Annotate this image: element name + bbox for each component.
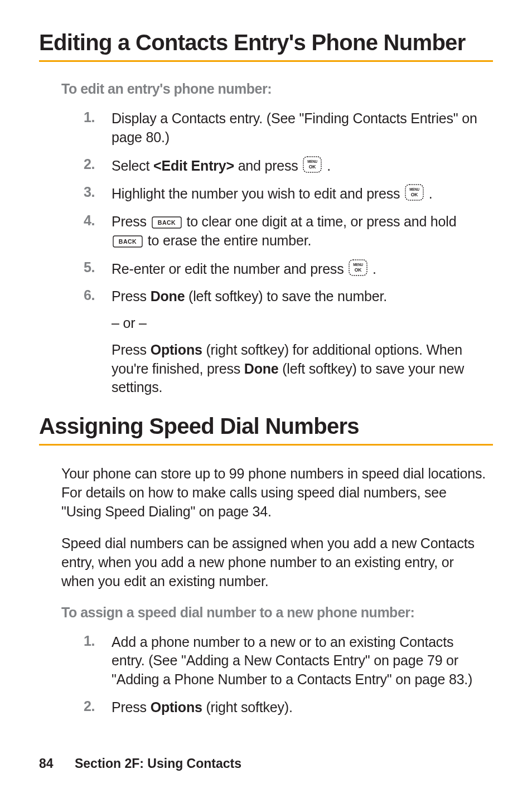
back-key-icon: BACK bbox=[113, 235, 143, 248]
step-number: 6. bbox=[84, 287, 112, 303]
step-sub-paragraph: Press Options (right softkey) for additi… bbox=[112, 341, 489, 397]
step-number: 2. bbox=[84, 156, 112, 172]
step-number: 2. bbox=[84, 698, 112, 714]
steps-list-1: 1.Display a Contacts entry. (See "Findin… bbox=[61, 109, 489, 397]
menu-ok-key-icon: MENU OK bbox=[405, 184, 424, 201]
paragraph-speed-dial-intro: Your phone can store up to 99 phone numb… bbox=[61, 465, 489, 521]
menu-ok-key-icon: MENU OK bbox=[303, 156, 322, 173]
step-item: 6.Press Done (left softkey) to save the … bbox=[84, 287, 489, 397]
step-body: Add a phone number to a new or to an exi… bbox=[112, 633, 489, 689]
step-number: 1. bbox=[84, 633, 112, 649]
bold-text: Done bbox=[151, 288, 185, 304]
step-body: Press Done (left softkey) to save the nu… bbox=[112, 287, 489, 397]
step-item: 5.Re-enter or edit the number and press … bbox=[84, 259, 489, 279]
step-body: Re-enter or edit the number and press ME… bbox=[112, 259, 376, 279]
svg-text:OK: OK bbox=[355, 267, 362, 273]
svg-text:MENU: MENU bbox=[353, 263, 363, 267]
page-title-editing: Editing a Contacts Entry's Phone Number bbox=[39, 30, 493, 62]
step-item: 3.Highlight the number you wish to edit … bbox=[84, 184, 489, 204]
bold-text: <Edit Entry> bbox=[153, 158, 234, 173]
bold-text: Done bbox=[244, 361, 279, 376]
step-body: Highlight the number you wish to edit an… bbox=[112, 184, 433, 204]
page-number: 84 bbox=[39, 756, 54, 771]
svg-text:MENU: MENU bbox=[409, 187, 419, 191]
section-2-body: Your phone can store up to 99 phone numb… bbox=[39, 465, 493, 717]
step-item: 1.Display a Contacts entry. (See "Findin… bbox=[84, 109, 489, 147]
paragraph-speed-dial-when: Speed dial numbers can be assigned when … bbox=[61, 534, 489, 591]
step-sub-paragraph: – or – bbox=[112, 314, 489, 333]
page-title-speed-dial: Assigning Speed Dial Numbers bbox=[39, 414, 493, 446]
subhead-edit-entry: To edit an entry's phone number: bbox=[61, 81, 489, 97]
step-item: 2.Select <Edit Entry> and press MENU OK … bbox=[84, 156, 489, 176]
step-item: 1.Add a phone number to a new or to an e… bbox=[84, 633, 489, 689]
step-body: Press BACK to clear one digit at a time,… bbox=[112, 212, 489, 250]
step-number: 4. bbox=[84, 212, 112, 229]
bold-text: Options bbox=[151, 699, 202, 715]
subhead-assign-speed-dial: To assign a speed dial number to a new p… bbox=[61, 604, 489, 621]
section-label: Section 2F: Using Contacts bbox=[75, 756, 241, 771]
svg-text:MENU: MENU bbox=[308, 159, 318, 163]
bold-text: Options bbox=[151, 342, 202, 357]
svg-text:BACK: BACK bbox=[119, 238, 137, 245]
svg-text:OK: OK bbox=[411, 192, 418, 197]
step-number: 5. bbox=[84, 259, 112, 275]
step-body: Press Options (right softkey). bbox=[112, 698, 293, 717]
step-body: Select <Edit Entry> and press MENU OK . bbox=[112, 156, 331, 176]
svg-text:OK: OK bbox=[309, 164, 316, 170]
step-number: 1. bbox=[84, 109, 112, 125]
step-item: 4.Press BACK to clear one digit at a tim… bbox=[84, 212, 489, 250]
step-item: 2.Press Options (right softkey). bbox=[84, 698, 489, 717]
svg-text:BACK: BACK bbox=[157, 219, 175, 226]
section-1-body: To edit an entry's phone number: 1.Displ… bbox=[39, 81, 493, 397]
page-footer: 84 Section 2F: Using Contacts bbox=[39, 756, 241, 771]
step-body: Display a Contacts entry. (See "Finding … bbox=[112, 109, 489, 147]
menu-ok-key-icon: MENU OK bbox=[349, 259, 367, 276]
step-number: 3. bbox=[84, 184, 112, 200]
back-key-icon: BACK bbox=[152, 216, 182, 229]
steps-list-2: 1.Add a phone number to a new or to an e… bbox=[61, 633, 489, 717]
